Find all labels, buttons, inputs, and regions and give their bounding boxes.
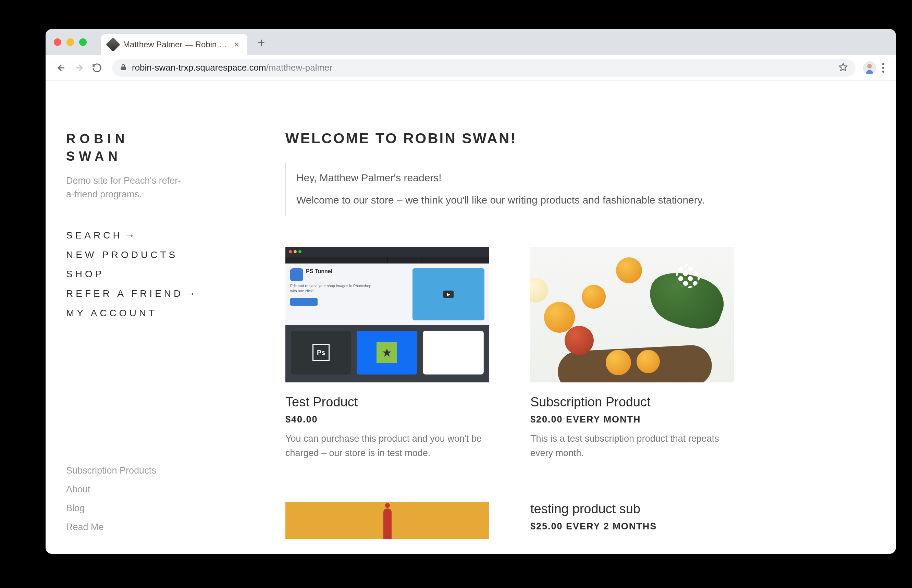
intro-block: Hey, Matthew Palmer's readers! Welcome t… — [286, 162, 855, 216]
forward-button[interactable] — [72, 60, 87, 75]
product-image — [530, 247, 734, 383]
window-close-button[interactable] — [54, 39, 61, 46]
product-card[interactable]: Subscription Product $20.00 every month … — [530, 247, 734, 460]
product-price: $25.00 every 2 months — [530, 521, 734, 532]
svg-point-1 — [867, 64, 872, 68]
product-price: $40.00 — [286, 414, 489, 425]
nav-label: SHOP — [66, 269, 104, 279]
nav-label: SEARCH — [66, 230, 123, 241]
nav-label: REFER A FRIEND — [66, 288, 183, 299]
site-title[interactable]: ROBIN SWAN — [66, 130, 224, 165]
nav-new-products[interactable]: NEW PRODUCTS — [66, 246, 224, 265]
window-minimize-button[interactable] — [66, 39, 74, 46]
product-title: Subscription Product — [530, 395, 734, 409]
page-content: ROBIN SWAN Demo site for Peach's refer-a… — [45, 81, 896, 554]
product-card[interactable]: PS TunnelEdit and replace your shop imag… — [286, 247, 489, 460]
nav-label: MY ACCOUNT — [66, 308, 157, 319]
nav-my-account[interactable]: MY ACCOUNT — [66, 304, 224, 323]
nav-blog[interactable]: Blog — [66, 499, 224, 518]
nav-about[interactable]: About — [66, 480, 224, 499]
product-card[interactable] — [286, 502, 489, 540]
nav-shop[interactable]: SHOP — [66, 265, 224, 284]
intro-line-1: Hey, Matthew Palmer's readers! — [296, 170, 855, 186]
address-bar[interactable]: robin-swan-trxp.squarespace.com/matthew-… — [112, 59, 856, 77]
url-host: robin-swan-trxp.squarespace.com — [132, 62, 266, 73]
profile-avatar[interactable] — [863, 61, 876, 74]
browser-tab[interactable]: Matthew Palmer — Robin Swan × — [101, 34, 247, 55]
back-button[interactable] — [54, 60, 69, 75]
product-description: This is a test subscription product that… — [530, 432, 734, 460]
product-title: Test Product — [286, 395, 489, 409]
product-description: You can purchase this product and you wo… — [286, 432, 489, 460]
site-title-line1: ROBIN — [66, 132, 129, 146]
product-image: PS TunnelEdit and replace your shop imag… — [286, 247, 489, 383]
intro-line-2: Welcome to our store – we think you'll l… — [296, 192, 855, 208]
arrow-right-icon: → — [186, 288, 195, 299]
secondary-nav: Subscription Products About Blog Read Me — [66, 461, 224, 554]
url-text: robin-swan-trxp.squarespace.com/matthew-… — [132, 62, 333, 73]
site-tagline: Demo site for Peach's refer-a-friend pro… — [66, 174, 182, 202]
new-tab-button[interactable]: + — [258, 36, 265, 50]
url-path: /matthew-palmer — [266, 62, 333, 73]
sidebar: ROBIN SWAN Demo site for Peach's refer-a… — [45, 81, 224, 554]
favicon-icon — [106, 37, 120, 52]
nav-subscription-products[interactable]: Subscription Products — [66, 461, 224, 480]
product-image — [286, 502, 489, 540]
main-content: WELCOME TO ROBIN SWAN! Hey, Matthew Palm… — [224, 81, 896, 554]
nav-search[interactable]: SEARCH→ — [66, 226, 224, 246]
page-heading: WELCOME TO ROBIN SWAN! — [286, 130, 855, 147]
window-zoom-button[interactable] — [79, 39, 87, 46]
browser-toolbar: robin-swan-trxp.squarespace.com/matthew-… — [45, 55, 896, 81]
browser-window: Matthew Palmer — Robin Swan × + robin-sw… — [45, 29, 896, 554]
nav-label: NEW PRODUCTS — [66, 249, 178, 260]
product-price: $20.00 every month — [530, 414, 734, 425]
primary-nav: SEARCH→ NEW PRODUCTS SHOP REFER A FRIEND… — [66, 226, 224, 323]
nav-read-me[interactable]: Read Me — [66, 518, 224, 536]
product-title: testing product sub — [530, 502, 734, 516]
window-controls — [54, 39, 87, 46]
tab-title: Matthew Palmer — Robin Swan — [123, 40, 229, 49]
arrow-right-icon: → — [125, 229, 135, 241]
tab-close-button[interactable]: × — [234, 39, 239, 50]
lock-icon — [119, 63, 127, 72]
nav-refer-a-friend[interactable]: REFER A FRIEND→ — [66, 284, 224, 304]
site-title-line2: SWAN — [66, 149, 122, 163]
product-card[interactable]: testing product sub $25.00 every 2 month… — [530, 502, 734, 540]
tab-strip: Matthew Palmer — Robin Swan × + — [45, 29, 896, 55]
reload-button[interactable] — [89, 60, 105, 75]
bookmark-star-icon[interactable] — [838, 62, 848, 73]
browser-menu-button[interactable] — [879, 62, 888, 74]
product-grid: PS TunnelEdit and replace your shop imag… — [286, 247, 855, 540]
